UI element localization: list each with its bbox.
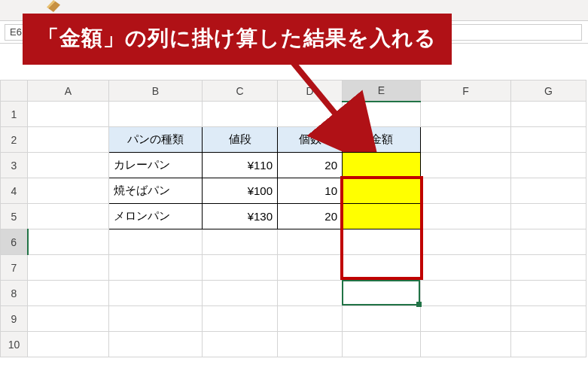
- cell-D7[interactable]: [278, 255, 343, 281]
- row-header-8[interactable]: 8: [1, 281, 28, 306]
- cell-F9[interactable]: [421, 306, 511, 332]
- cell-B6[interactable]: [109, 229, 203, 255]
- cell-D9[interactable]: [278, 306, 343, 332]
- cell-B9[interactable]: [109, 306, 203, 332]
- cell-F6[interactable]: [421, 229, 511, 255]
- cell-G4[interactable]: [511, 178, 586, 204]
- cell-B8[interactable]: [109, 281, 203, 306]
- cell-C1[interactable]: [203, 102, 278, 127]
- cell-A4[interactable]: [28, 178, 109, 204]
- cell-D10[interactable]: [278, 332, 343, 357]
- cell-E5[interactable]: [343, 204, 421, 229]
- cell-A6[interactable]: [28, 229, 109, 255]
- cell-A10[interactable]: [28, 332, 109, 357]
- cell-D2[interactable]: 個数: [278, 127, 343, 153]
- cell-C2[interactable]: 値段: [203, 127, 278, 153]
- cell-G1[interactable]: [511, 102, 586, 127]
- row-header-5[interactable]: 5: [1, 204, 28, 229]
- col-header-G[interactable]: G: [511, 81, 586, 102]
- cell-G6[interactable]: [511, 229, 586, 255]
- cell-F7[interactable]: [421, 255, 511, 281]
- cell-E8[interactable]: [343, 281, 421, 306]
- spreadsheet-grid[interactable]: A B C D E F G 1 2: [0, 80, 588, 357]
- cell-G5[interactable]: [511, 204, 586, 229]
- cell-E6[interactable]: [343, 229, 421, 255]
- cell-E9[interactable]: [343, 306, 421, 332]
- col-header-D[interactable]: D: [278, 81, 343, 102]
- cell-D6[interactable]: [278, 229, 343, 255]
- row-header-6[interactable]: 6: [1, 229, 28, 255]
- cell-C7[interactable]: [203, 255, 278, 281]
- cell-B7[interactable]: [109, 255, 203, 281]
- cell-G3[interactable]: [511, 153, 586, 178]
- cell-D5[interactable]: 20: [278, 204, 343, 229]
- cell-E3[interactable]: [343, 153, 421, 178]
- row-header-7[interactable]: 7: [1, 255, 28, 281]
- sheet-table: A B C D E F G 1 2: [0, 80, 586, 357]
- cell-A9[interactable]: [28, 306, 109, 332]
- cell-C3[interactable]: ¥110: [203, 153, 278, 178]
- cell-E4[interactable]: [343, 178, 421, 204]
- cell-C10[interactable]: [203, 332, 278, 357]
- cell-F2[interactable]: [421, 127, 511, 153]
- select-all-corner[interactable]: [1, 81, 28, 102]
- cell-B1[interactable]: [109, 102, 203, 127]
- cell-C5[interactable]: ¥130: [203, 204, 278, 229]
- cell-B3[interactable]: カレーパン: [109, 153, 203, 178]
- cell-F5[interactable]: [421, 204, 511, 229]
- cell-B4[interactable]: 焼そばパン: [109, 178, 203, 204]
- row-header-3[interactable]: 3: [1, 153, 28, 178]
- cell-G7[interactable]: [511, 255, 586, 281]
- callout-text: 「金額」の列に掛け算した結果を入れる: [38, 26, 437, 50]
- cell-A7[interactable]: [28, 255, 109, 281]
- cell-F1[interactable]: [421, 102, 511, 127]
- cell-B5[interactable]: メロンパン: [109, 204, 203, 229]
- col-header-B[interactable]: B: [109, 81, 203, 102]
- instruction-callout: 「金額」の列に掛け算した結果を入れる: [23, 14, 452, 65]
- ribbon-icon: [47, 0, 77, 15]
- col-header-E[interactable]: E: [343, 81, 421, 102]
- cell-E1[interactable]: [343, 102, 421, 127]
- cell-E7[interactable]: [343, 255, 421, 281]
- cell-C9[interactable]: [203, 306, 278, 332]
- cell-C8[interactable]: [203, 281, 278, 306]
- col-header-F[interactable]: F: [421, 81, 511, 102]
- cell-D8[interactable]: [278, 281, 343, 306]
- cell-D3[interactable]: 20: [278, 153, 343, 178]
- row-header-4[interactable]: 4: [1, 178, 28, 204]
- col-header-C[interactable]: C: [203, 81, 278, 102]
- cell-A1[interactable]: [28, 102, 109, 127]
- cell-A2[interactable]: [28, 127, 109, 153]
- name-box-value: E6: [10, 26, 22, 38]
- cell-D1[interactable]: [278, 102, 343, 127]
- cell-F10[interactable]: [421, 332, 511, 357]
- cell-E10[interactable]: [343, 332, 421, 357]
- cell-C4[interactable]: ¥100: [203, 178, 278, 204]
- cell-D4[interactable]: 10: [278, 178, 343, 204]
- cell-E2[interactable]: 金額: [343, 127, 421, 153]
- row-header-10[interactable]: 10: [1, 332, 28, 357]
- cell-A5[interactable]: [28, 204, 109, 229]
- row-header-1[interactable]: 1: [1, 102, 28, 127]
- cell-B10[interactable]: [109, 332, 203, 357]
- cell-F4[interactable]: [421, 178, 511, 204]
- cell-G9[interactable]: [511, 306, 586, 332]
- cell-G2[interactable]: [511, 127, 586, 153]
- cell-F3[interactable]: [421, 153, 511, 178]
- col-header-A[interactable]: A: [28, 81, 109, 102]
- cell-G8[interactable]: [511, 281, 586, 306]
- cell-B2[interactable]: パンの種類: [109, 127, 203, 153]
- cell-A8[interactable]: [28, 281, 109, 306]
- cell-G10[interactable]: [511, 332, 586, 357]
- row-header-9[interactable]: 9: [1, 306, 28, 332]
- cell-F8[interactable]: [421, 281, 511, 306]
- row-header-2[interactable]: 2: [1, 127, 28, 153]
- cell-A3[interactable]: [28, 153, 109, 178]
- cell-C6[interactable]: [203, 229, 278, 255]
